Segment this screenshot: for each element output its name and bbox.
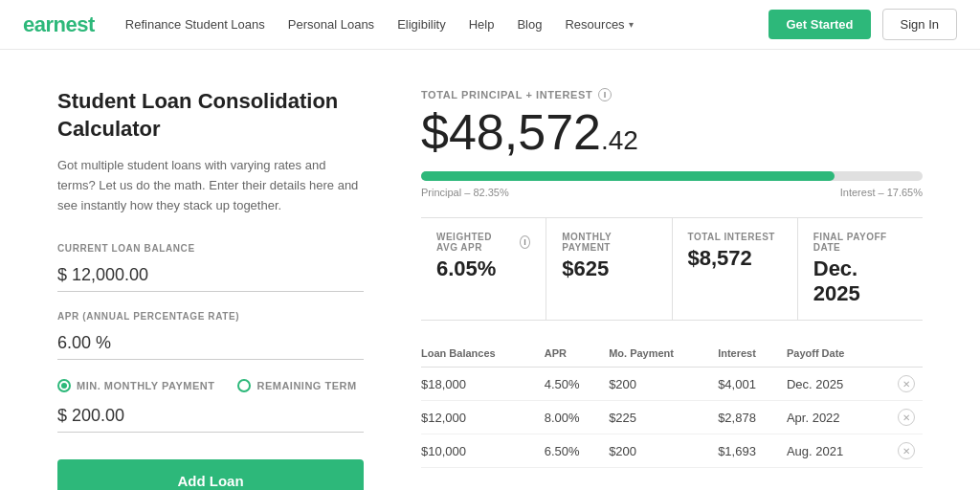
stat-total-interest: TOTAL INTEREST $8,572 (673, 218, 798, 320)
cell-remove-1: ✕ (885, 401, 923, 434)
weighted-apr-info-icon[interactable]: i (520, 235, 530, 249)
progress-label-left: Principal – 82.35% (421, 187, 509, 198)
cell-payoff-2: Aug. 2021 (787, 434, 885, 468)
remove-loan-button-0[interactable]: ✕ (898, 375, 915, 392)
total-info-icon[interactable]: i (598, 88, 612, 101)
logo[interactable]: earnest (23, 12, 95, 37)
right-panel: TOTAL PRINCIPAL + INTEREST i $48,572.42 … (421, 88, 923, 490)
radio-circle-min (57, 379, 71, 392)
table-row: $18,000 4.50% $200 $4,001 Dec. 2025 ✕ (421, 368, 923, 401)
cell-balance-2: $10,000 (421, 434, 545, 468)
remove-loan-button-2[interactable]: ✕ (898, 442, 915, 459)
progress-bar-fill (421, 171, 835, 181)
cell-balance-0: $18,000 (421, 368, 545, 401)
remaining-term-radio[interactable]: REMAINING TERM (237, 379, 356, 392)
cell-apr-0: 4.50% (545, 368, 609, 401)
payment-field-group: MIN. MONTHLY PAYMENT REMAINING TERM (57, 379, 364, 433)
balance-field-group: CURRENT LOAN BALANCE (57, 243, 364, 292)
stat-payoff-date: FINAL PAYOFF DATE Dec. 2025 (798, 218, 923, 320)
col-apr: APR (545, 344, 609, 368)
nav-links: Refinance Student Loans Personal Loans E… (125, 17, 769, 32)
cell-payoff-0: Dec. 2025 (787, 368, 885, 401)
radio-circle-term (237, 379, 251, 392)
main-content: Student Loan Consolidation Calculator Go… (0, 50, 980, 490)
chevron-down-icon: ▾ (629, 19, 634, 30)
monthly-payment-label: MONTHLY PAYMENT (562, 232, 656, 253)
cell-payment-2: $200 (609, 434, 718, 468)
progress-label-right: Interest – 17.65% (840, 187, 923, 198)
left-panel: Student Loan Consolidation Calculator Go… (57, 88, 364, 490)
stat-weighted-apr: WEIGHTED AVG APR i 6.05% (421, 218, 546, 320)
total-amount: $48,572.42 (421, 105, 923, 160)
cell-interest-0: $4,001 (718, 368, 787, 401)
col-actions (885, 344, 923, 368)
total-interest-label: TOTAL INTEREST (688, 232, 782, 242)
nav-help[interactable]: Help (469, 17, 495, 32)
cell-interest-2: $1,693 (718, 434, 787, 468)
col-interest: Interest (718, 344, 787, 368)
navbar: earnest Refinance Student Loans Personal… (0, 0, 980, 50)
remove-loan-button-1[interactable]: ✕ (898, 409, 915, 426)
total-label: TOTAL PRINCIPAL + INTEREST i (421, 88, 923, 101)
nav-resources[interactable]: Resources ▾ (565, 17, 633, 32)
total-interest-value: $8,572 (688, 246, 782, 271)
cell-apr-1: 8.00% (545, 401, 609, 434)
balance-label: CURRENT LOAN BALANCE (57, 243, 364, 254)
cell-payment-0: $200 (609, 368, 718, 401)
calculator-title: Student Loan Consolidation Calculator (57, 88, 364, 143)
nav-blog[interactable]: Blog (517, 17, 542, 32)
remaining-term-label: REMAINING TERM (256, 380, 356, 391)
cell-payment-1: $225 (609, 401, 718, 434)
nav-actions: Get Started Sign In (768, 9, 957, 40)
progress-labels: Principal – 82.35% Interest – 17.65% (421, 187, 923, 198)
col-payment: Mo. Payment (609, 344, 718, 368)
payoff-date-value: Dec. 2025 (813, 256, 907, 306)
progress-bar (421, 171, 923, 181)
min-payment-radio[interactable]: MIN. MONTHLY PAYMENT (57, 379, 214, 392)
total-cents: .42 (601, 125, 638, 155)
stat-row: WEIGHTED AVG APR i 6.05% MONTHLY PAYMENT… (421, 217, 923, 321)
stat-monthly-payment: MONTHLY PAYMENT $625 (546, 218, 672, 320)
col-balance: Loan Balances (421, 344, 545, 368)
table-row: $12,000 8.00% $225 $2,878 Apr. 2022 ✕ (421, 401, 923, 434)
add-loan-button[interactable]: Add Loan (57, 459, 364, 490)
cell-interest-1: $2,878 (718, 401, 787, 434)
cell-payoff-1: Apr. 2022 (787, 401, 885, 434)
cell-balance-1: $12,000 (421, 401, 545, 434)
weighted-apr-value: 6.05% (436, 256, 530, 281)
calculator-description: Got multiple student loans with varying … (57, 156, 364, 215)
nav-refinance[interactable]: Refinance Student Loans (125, 17, 265, 32)
nav-eligibility[interactable]: Eligibility (397, 17, 446, 32)
weighted-apr-label: WEIGHTED AVG APR (436, 232, 516, 253)
cell-apr-2: 6.50% (545, 434, 609, 468)
cell-remove-2: ✕ (885, 434, 923, 468)
apr-label: APR (ANNUAL PERCENTAGE RATE) (57, 311, 364, 322)
monthly-payment-value: $625 (562, 256, 656, 281)
apr-input[interactable] (57, 327, 364, 360)
nav-personal[interactable]: Personal Loans (288, 17, 374, 32)
payment-type-row: MIN. MONTHLY PAYMENT REMAINING TERM (57, 379, 364, 392)
table-row: $10,000 6.50% $200 $1,693 Aug. 2021 ✕ (421, 434, 923, 468)
cell-remove-0: ✕ (885, 368, 923, 401)
min-payment-label: MIN. MONTHLY PAYMENT (77, 380, 214, 391)
total-dollars: $48,572 (421, 104, 601, 160)
payment-input[interactable] (57, 400, 364, 433)
get-started-button[interactable]: Get Started (768, 10, 870, 39)
payoff-date-label: FINAL PAYOFF DATE (813, 232, 907, 253)
apr-field-group: APR (ANNUAL PERCENTAGE RATE) (57, 311, 364, 360)
loan-table: Loan Balances APR Mo. Payment Interest P… (421, 344, 923, 468)
sign-in-button[interactable]: Sign In (882, 9, 957, 40)
balance-input[interactable] (57, 259, 364, 292)
col-payoff: Payoff Date (787, 344, 885, 368)
